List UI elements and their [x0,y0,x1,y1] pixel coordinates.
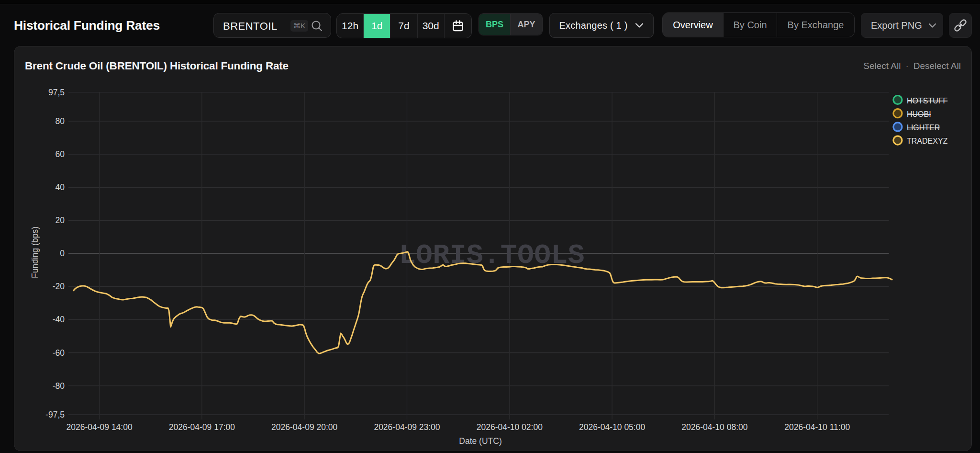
svg-text:2026-04-09 20:00: 2026-04-09 20:00 [271,422,337,432]
svg-text:TRADEXYZ: TRADEXYZ [907,137,948,145]
svg-text:97,5: 97,5 [48,88,65,97]
svg-text:LIGHTER: LIGHTER [907,124,940,132]
svg-text:80: 80 [56,116,65,126]
svg-text:Date (UTC): Date (UTC) [459,436,501,446]
svg-text:HUOBI: HUOBI [907,110,931,118]
svg-text:0: 0 [60,249,65,258]
svg-text:2026-04-10 02:00: 2026-04-10 02:00 [477,422,543,432]
svg-text:20: 20 [56,215,65,225]
svg-text:LORIS.TOOLS: LORIS.TOOLS [399,240,585,271]
svg-text:2026-04-10 08:00: 2026-04-10 08:00 [681,422,747,432]
svg-text:Funding (bps): Funding (bps) [30,226,40,278]
svg-text:2026-04-09 23:00: 2026-04-09 23:00 [374,422,440,432]
svg-text:2026-04-10 11:00: 2026-04-10 11:00 [784,422,850,432]
svg-text:2026-04-09 14:00: 2026-04-09 14:00 [67,422,133,432]
svg-text:-20: -20 [53,282,65,291]
svg-text:40: 40 [56,182,65,192]
svg-text:HOTSTUFF: HOTSTUFF [907,97,948,105]
svg-text:-60: -60 [53,348,65,358]
svg-text:-97,5: -97,5 [45,410,65,419]
svg-text:2026-04-10 05:00: 2026-04-10 05:00 [579,422,645,432]
svg-text:-80: -80 [53,381,65,391]
svg-text:60: 60 [56,149,65,159]
svg-text:-40: -40 [53,315,65,324]
svg-text:2026-04-09 17:00: 2026-04-09 17:00 [169,422,235,432]
